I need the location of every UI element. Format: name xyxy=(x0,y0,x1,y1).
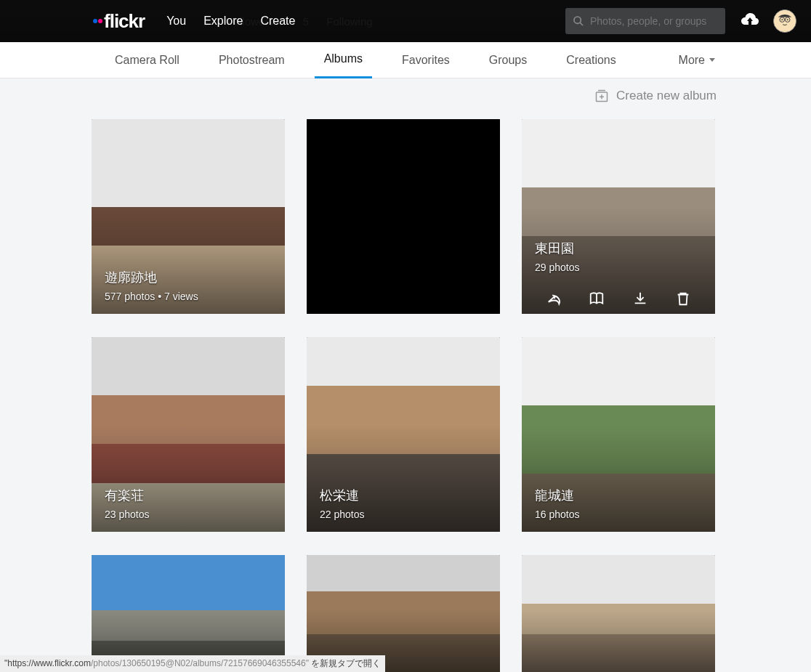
tab-more[interactable]: More xyxy=(679,54,715,67)
svg-point-2 xyxy=(774,10,796,32)
album-title: 龍城連 xyxy=(535,487,580,504)
tab-favorites[interactable]: Favorites xyxy=(392,42,459,78)
album-title: 遊廓跡地 xyxy=(105,269,198,286)
album-meta: 577 photos • 7 views xyxy=(105,291,198,302)
album-title: 有楽荘 xyxy=(105,487,150,504)
album-meta: 16 photos xyxy=(535,509,580,520)
status-bar: "https://www.flickr.com/photos/130650195… xyxy=(0,655,385,672)
album-card[interactable] xyxy=(307,555,500,672)
albums-toolbar: Create new album xyxy=(0,78,811,103)
search-icon xyxy=(573,15,584,27)
album-title: 東田園 xyxy=(535,240,580,257)
album-actions xyxy=(522,291,715,307)
tab-photostream[interactable]: Photostream xyxy=(209,42,294,78)
album-title: 松栄連 xyxy=(320,487,365,504)
svg-line-1 xyxy=(580,23,583,25)
svg-point-0 xyxy=(574,17,581,23)
album-meta: 23 photos xyxy=(105,509,150,520)
album-meta: 22 photos xyxy=(320,509,365,520)
tab-camera-roll[interactable]: Camera Roll xyxy=(105,42,189,78)
album-meta: 29 photos xyxy=(535,262,580,273)
album-thumbnail xyxy=(307,119,500,314)
tab-creations[interactable]: Creations xyxy=(557,42,625,78)
album-card[interactable]: 有楽荘 23 photos xyxy=(92,337,285,532)
book-icon[interactable] xyxy=(589,291,605,307)
search-input[interactable] xyxy=(590,15,718,27)
album-card[interactable] xyxy=(92,555,285,672)
upload-icon[interactable] xyxy=(740,12,760,31)
nav-explore[interactable]: Explore xyxy=(203,15,243,28)
albums-grid: 遊廓跡地 577 photos • 7 views 東田園 29 photos … xyxy=(0,103,811,672)
profile-subnav: Camera Roll Photostream Albums Favorites… xyxy=(0,42,811,78)
album-card[interactable]: 遊廓跡地 577 photos • 7 views xyxy=(92,119,285,314)
avatar[interactable] xyxy=(773,9,796,33)
tab-albums[interactable]: Albums xyxy=(315,42,372,78)
album-card[interactable]: 松栄連 22 photos xyxy=(307,337,500,532)
flickr-logo[interactable]: flickr xyxy=(93,10,145,33)
nav-links: You Explore Create xyxy=(166,15,295,28)
search-box[interactable] xyxy=(565,8,725,34)
create-album-button[interactable]: Create new album xyxy=(594,89,717,103)
add-album-icon xyxy=(594,89,609,103)
album-card[interactable]: 龍城連 16 photos xyxy=(522,337,715,532)
nav-you[interactable]: You xyxy=(166,15,186,28)
download-icon[interactable] xyxy=(632,291,648,307)
album-card[interactable] xyxy=(522,555,715,672)
svg-point-6 xyxy=(787,19,788,20)
chevron-down-icon xyxy=(709,58,715,62)
tab-groups[interactable]: Groups xyxy=(480,42,536,78)
svg-point-5 xyxy=(781,19,783,20)
share-icon[interactable] xyxy=(546,291,562,307)
global-nav: flickr You Explore Create xyxy=(0,0,811,42)
album-card[interactable] xyxy=(307,119,500,314)
album-card[interactable]: 東田園 29 photos xyxy=(522,119,715,314)
trash-icon[interactable] xyxy=(675,291,691,307)
nav-create[interactable]: Create xyxy=(260,15,295,28)
